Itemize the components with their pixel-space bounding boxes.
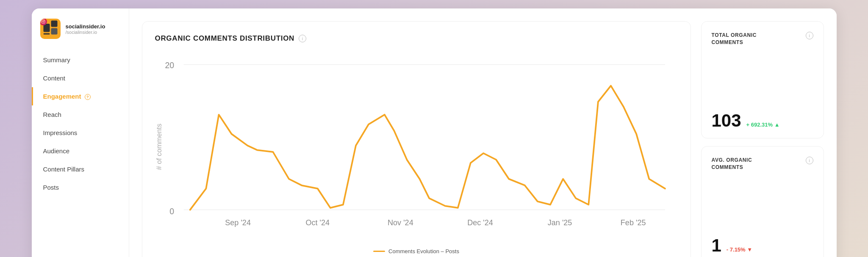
svg-rect-4 xyxy=(51,21,57,27)
svg-text:# of comments: # of comments xyxy=(155,124,163,170)
svg-text:Nov '24: Nov '24 xyxy=(388,218,413,227)
sidebar-item-engagement[interactable]: Engagement ? xyxy=(32,87,129,105)
legend-label: Comments Evolution – Posts xyxy=(388,248,459,254)
stat-value-avg: 1 xyxy=(712,237,721,254)
help-icon: ? xyxy=(85,94,91,100)
stat-change-total: + 692.31% xyxy=(746,122,780,128)
stat-card-avg: AVG. ORGANICCOMMENTS i 1 - 7.15% xyxy=(701,146,824,257)
stat-value-row-2: 1 - 7.15% xyxy=(712,237,813,254)
svg-text:Feb '25: Feb '25 xyxy=(620,218,646,227)
svg-point-1 xyxy=(42,21,44,22)
line-chart-svg: 20 0 # of comments Sep '24 Oct '24 Nov '… xyxy=(155,50,678,243)
svg-text:Oct '24: Oct '24 xyxy=(305,218,330,227)
instagram-badge xyxy=(40,19,47,25)
svg-rect-0 xyxy=(41,20,44,23)
sidebar-item-impressions[interactable]: Impressions xyxy=(32,124,129,142)
main-card: socialinsider.io /socialinsider.io Summa… xyxy=(32,8,837,257)
stat-value-total: 103 xyxy=(712,112,741,130)
stat-value-row-1: 103 + 692.31% xyxy=(712,112,813,130)
stat-label-avg: AVG. ORGANICCOMMENTS xyxy=(712,157,752,171)
svg-text:Sep '24: Sep '24 xyxy=(225,218,251,227)
brand-avatar xyxy=(40,19,61,39)
stat-card-total: TOTAL ORGANICCOMMENTS i 103 + 692.31% xyxy=(701,21,824,138)
chart-title: ORGANIC COMMENTS DISTRIBUTION xyxy=(155,34,295,43)
chart-area: 20 0 # of comments Sep '24 Oct '24 Nov '… xyxy=(155,50,678,243)
sidebar-item-reach[interactable]: Reach xyxy=(32,105,129,124)
svg-text:20: 20 xyxy=(165,61,174,70)
svg-rect-6 xyxy=(43,33,50,35)
stat-change-avg: - 7.15% xyxy=(727,246,752,253)
svg-rect-5 xyxy=(51,28,57,35)
sidebar-item-content-pillars[interactable]: Content Pillars xyxy=(32,160,129,178)
sidebar: socialinsider.io /socialinsider.io Summa… xyxy=(32,8,129,257)
svg-text:Jan '25: Jan '25 xyxy=(547,218,572,227)
stat-info-icon-1[interactable]: i xyxy=(806,32,813,39)
svg-text:0: 0 xyxy=(169,207,174,216)
stat-label-total: TOTAL ORGANICCOMMENTS xyxy=(712,32,757,46)
sidebar-item-audience[interactable]: Audience xyxy=(32,142,129,160)
stat-label-row-2: AVG. ORGANICCOMMENTS i xyxy=(712,157,813,171)
brand-handle: /socialinsider.io xyxy=(66,30,105,35)
brand-section: socialinsider.io /socialinsider.io xyxy=(32,19,129,51)
main-content: ORGANIC COMMENTS DISTRIBUTION i 20 0 # o… xyxy=(129,8,837,257)
sidebar-item-content[interactable]: Content xyxy=(32,69,129,87)
svg-point-2 xyxy=(44,20,44,21)
info-icon[interactable]: i xyxy=(299,35,306,42)
chart-legend: Comments Evolution – Posts xyxy=(155,248,678,254)
sidebar-nav: Summary Content Engagement ? Reach Impre… xyxy=(32,51,129,196)
brand-info: socialinsider.io /socialinsider.io xyxy=(66,23,105,35)
stats-panel: TOTAL ORGANICCOMMENTS i 103 + 692.31% AV… xyxy=(701,21,824,257)
chart-title-row: ORGANIC COMMENTS DISTRIBUTION i xyxy=(155,34,678,43)
legend-line xyxy=(373,251,385,252)
stat-info-icon-2[interactable]: i xyxy=(806,157,813,164)
sidebar-item-summary[interactable]: Summary xyxy=(32,51,129,69)
stat-label-row-1: TOTAL ORGANICCOMMENTS i xyxy=(712,32,813,46)
chart-card: ORGANIC COMMENTS DISTRIBUTION i 20 0 # o… xyxy=(142,21,691,257)
sidebar-item-posts[interactable]: Posts xyxy=(32,178,129,196)
svg-text:Dec '24: Dec '24 xyxy=(467,218,493,227)
brand-name: socialinsider.io xyxy=(66,23,105,30)
